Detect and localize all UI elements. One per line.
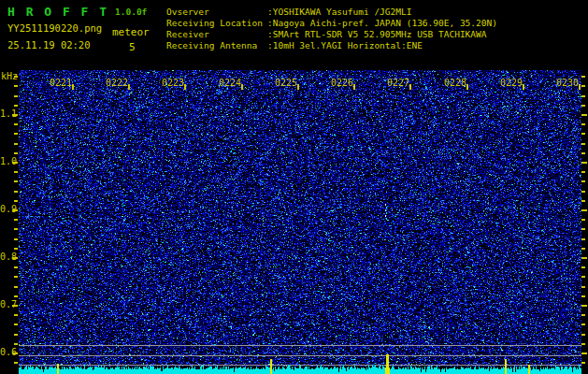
freq-tick-left <box>14 295 18 297</box>
time-label: 0223 <box>158 78 184 88</box>
freq-tick-left <box>14 266 18 268</box>
info-value: :10mH 3el.YAGI Horizontal:ENE <box>267 40 423 50</box>
mode-label: meteor <box>112 26 150 38</box>
freq-label: 1.1 <box>0 108 12 119</box>
freq-tick-right <box>581 314 585 316</box>
freq-tick-right <box>581 238 585 240</box>
freq-tick-right <box>581 276 585 278</box>
time-tick <box>241 84 243 90</box>
freq-tick-left <box>14 219 18 221</box>
time-label: 0222 <box>102 78 128 88</box>
freq-tick-left <box>14 228 18 230</box>
freq-tick-left <box>14 248 18 250</box>
info-value: :Nagoya Aichi-pref. JAPAN (136.90E, 35.2… <box>267 18 497 28</box>
time-label: 0228 <box>440 78 466 88</box>
freq-tick-right <box>581 76 585 78</box>
time-tick <box>353 84 355 90</box>
freq-tick-right <box>581 123 585 125</box>
freq-tick-right <box>581 305 587 307</box>
freq-tick-right <box>581 85 585 87</box>
freq-tick-right <box>581 257 587 259</box>
info-label: Receiver <box>166 29 267 39</box>
info-label: Ovserver <box>166 7 267 17</box>
freq-tick-left <box>14 76 18 78</box>
freq-tick-right <box>581 152 585 154</box>
info-row: Receiving Antenna:10mH 3el.YAGI Horizont… <box>166 40 423 51</box>
time-label: 0229 <box>496 78 523 88</box>
freq-tick-right <box>581 143 585 145</box>
time-label: 0227 <box>383 78 409 88</box>
freq-tick-right <box>581 200 585 202</box>
freq-tick-left <box>14 286 18 288</box>
freq-tick-right <box>581 248 585 250</box>
freq-tick-right <box>581 228 585 230</box>
time-tick <box>184 84 186 90</box>
freq-tick-left <box>12 114 18 116</box>
freq-tick-right <box>581 171 585 173</box>
freq-tick-right <box>581 209 587 211</box>
freq-tick-left <box>14 191 18 193</box>
freq-tick-left <box>14 324 18 325</box>
hrofft-screenshot: H R O F F T 1.0.0f YY2511190220.png mete… <box>0 0 588 374</box>
freq-tick-right <box>581 105 585 107</box>
freq-tick-left <box>12 257 18 259</box>
info-row: Receiving Location:Nagoya Aichi-pref. JA… <box>166 18 497 29</box>
time-label: 0225 <box>271 78 297 88</box>
freq-tick-right <box>581 286 585 288</box>
app-title: H R O F F T <box>7 5 108 19</box>
info-row: Ovserver:YOSHIKAWA Yasufumi /JG2MLI <box>166 7 411 18</box>
time-tick <box>72 84 74 90</box>
freq-tick-left <box>14 343 18 345</box>
time-tick <box>466 84 468 90</box>
freq-tick-right <box>581 362 585 364</box>
freq-tick-left <box>14 334 18 336</box>
freq-tick-left <box>12 162 18 164</box>
freq-tick-left <box>12 209 18 211</box>
output-filename: YY2511190220.png <box>7 22 102 34</box>
freq-label: 0.6 <box>0 347 12 357</box>
freq-tick-left <box>14 171 18 173</box>
time-label: 0226 <box>327 78 353 88</box>
freq-tick-right <box>581 266 585 268</box>
time-tick <box>579 84 581 90</box>
freq-tick-left <box>14 85 18 87</box>
freq-tick-right <box>581 191 585 193</box>
freq-tick-right <box>581 114 587 116</box>
time-label: 0221 <box>46 78 72 88</box>
freq-label: 0.9 <box>0 204 12 214</box>
freq-label: 0.7 <box>0 299 12 309</box>
freq-tick-right <box>581 324 585 325</box>
info-row: Receiver:SMArt RTL-SDR V5 52.905MHz USB … <box>166 29 487 40</box>
freq-tick-right <box>581 352 587 354</box>
observation-datetime: 25.11.19 02:20 <box>7 39 91 50</box>
time-tick <box>409 84 411 90</box>
freq-tick-left <box>14 200 18 202</box>
freq-tick-left <box>14 238 18 240</box>
time-tick <box>523 84 524 90</box>
time-label: 0224 <box>215 78 241 88</box>
time-tick <box>128 84 130 90</box>
freq-tick-right <box>581 334 585 336</box>
freq-tick-left <box>14 133 18 135</box>
freq-tick-left <box>14 143 18 145</box>
app-version: 1.0.0f <box>115 7 147 17</box>
freq-tick-left <box>12 352 18 354</box>
freq-tick-left <box>14 105 18 107</box>
freq-label: 0.8 <box>0 252 12 262</box>
freq-tick-left <box>14 152 18 154</box>
freq-tick-right <box>581 162 587 164</box>
freq-label: 1.0 <box>0 156 12 166</box>
freq-tick-left <box>12 305 18 307</box>
info-value: :SMArt RTL-SDR V5 52.905MHz USB TACHIKAW… <box>267 29 487 39</box>
spectrogram-canvas <box>19 70 581 374</box>
freq-tick-left <box>14 95 18 97</box>
info-value: :YOSHIKAWA Yasufumi /JG2MLI <box>267 7 411 17</box>
info-label: Receiving Antenna <box>166 40 267 50</box>
freq-tick-left <box>14 362 18 364</box>
info-label: Receiving Location <box>166 18 267 28</box>
freq-tick-left <box>14 180 18 182</box>
freq-tick-left <box>14 123 18 125</box>
freq-tick-right <box>581 295 585 297</box>
freq-tick-left <box>14 276 18 278</box>
freq-tick-right <box>581 133 585 135</box>
